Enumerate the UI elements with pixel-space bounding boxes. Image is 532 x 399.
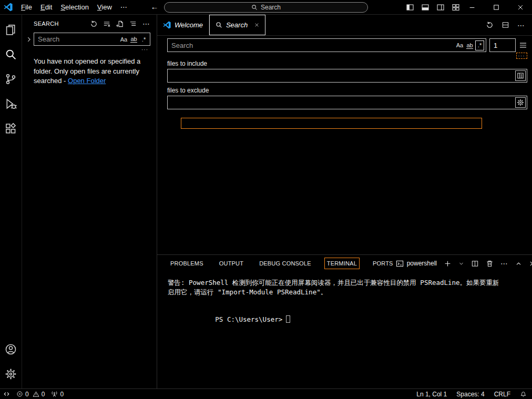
- whole-word-toggle[interactable]: ab: [465, 40, 474, 50]
- sidebar-search-input[interactable]: Search Aa ab .*: [34, 33, 150, 46]
- toggle-context-lines-icon[interactable]: [519, 41, 527, 49]
- activity-run-debug[interactable]: [0, 91, 22, 116]
- menu-edit[interactable]: Edit: [37, 2, 56, 12]
- warning-count: 0: [42, 391, 45, 398]
- sidebar-actions: ⋯: [90, 19, 150, 28]
- eol-status[interactable]: CRLF: [494, 391, 510, 398]
- search-editor-query-input[interactable]: Search Aa ab .*: [167, 38, 486, 52]
- regex-toggle[interactable]: .*: [475, 40, 484, 50]
- split-editor-icon[interactable]: [502, 21, 509, 29]
- menu-file[interactable]: File: [17, 2, 36, 12]
- close-panel-icon[interactable]: [529, 260, 532, 267]
- run-search-again-icon[interactable]: [486, 21, 494, 29]
- toggle-replace-chevron-icon[interactable]: [25, 36, 33, 43]
- search-only-open-editors-icon[interactable]: [515, 70, 526, 81]
- menu-more[interactable]: ⋯: [117, 2, 131, 12]
- files-to-exclude-input[interactable]: [167, 96, 527, 109]
- search-icon: [216, 22, 222, 28]
- tab-search[interactable]: Search: [209, 15, 265, 35]
- tab-terminal[interactable]: TERMINAL: [324, 258, 360, 269]
- refresh-icon[interactable]: [90, 20, 98, 28]
- activity-extensions[interactable]: [0, 116, 22, 141]
- open-new-search-editor-icon[interactable]: [116, 20, 124, 28]
- launch-profile-chevron-icon[interactable]: [458, 261, 464, 267]
- terminal-cursor: [286, 315, 290, 323]
- command-center-placeholder: Search: [261, 4, 281, 11]
- problems-status[interactable]: 0 0: [16, 391, 45, 398]
- back-icon[interactable]: ←: [150, 2, 159, 11]
- shell-label: powershell: [407, 260, 437, 267]
- toggle-search-details[interactable]: ···: [22, 46, 157, 53]
- extensions-icon: [5, 122, 17, 135]
- activity-settings[interactable]: [0, 362, 22, 386]
- menu-view[interactable]: View: [94, 2, 116, 12]
- match-case-toggle[interactable]: Aa: [119, 34, 128, 44]
- tab-welcome[interactable]: Welcome: [157, 15, 209, 35]
- panel-header: PROBLEMS OUTPUT DEBUG CONSOLE TERMINAL P…: [157, 255, 532, 272]
- main-area: SEARCH ⋯: [0, 15, 532, 388]
- activity-account[interactable]: [0, 337, 22, 362]
- maximize-panel-chevron-icon[interactable]: [515, 260, 522, 267]
- clear-search-results-icon[interactable]: [103, 20, 111, 28]
- indentation-status[interactable]: Spaces: 4: [456, 391, 484, 398]
- editor-actions: ⋯: [486, 15, 532, 35]
- terminal-line: 启用它，请运行 "Import-Module PSReadLine"。: [168, 288, 524, 297]
- more-actions-icon[interactable]: ⋯: [517, 21, 525, 29]
- editor-tab-bar: Welcome Search: [157, 15, 532, 36]
- source-control-icon: [5, 73, 17, 85]
- tab-debug-console[interactable]: DEBUG CONSOLE: [257, 258, 314, 269]
- open-folder-link[interactable]: Open Folder: [68, 77, 106, 85]
- notifications-bell-icon[interactable]: [520, 391, 527, 397]
- context-lines-input[interactable]: 1: [489, 38, 516, 52]
- kill-terminal-trash-icon[interactable]: [486, 260, 494, 268]
- terminal-shell-item[interactable]: powershell: [396, 260, 437, 268]
- toggle-primary-sidebar-icon[interactable]: [406, 3, 414, 12]
- collapse-all-icon[interactable]: [129, 20, 137, 28]
- toggle-panel-icon[interactable]: [421, 3, 429, 12]
- activity-source-control[interactable]: [0, 67, 22, 91]
- terminal-viewport[interactable]: 警告: PowerShell 检测到你可能正在使用屏幕阅读器，并且已出于兼容性目…: [157, 272, 532, 388]
- split-terminal-icon[interactable]: [471, 260, 479, 268]
- editor-region: Welcome Search: [157, 15, 532, 388]
- menu-selection[interactable]: Selection: [57, 2, 92, 12]
- terminal-icon: [396, 260, 404, 268]
- gear-icon: [5, 368, 17, 380]
- activity-explorer[interactable]: [0, 17, 22, 42]
- match-case-toggle[interactable]: Aa: [455, 40, 464, 50]
- tab-problems[interactable]: PROBLEMS: [168, 258, 206, 269]
- toggle-secondary-sidebar-icon[interactable]: [436, 3, 445, 12]
- minimize-icon[interactable]: [468, 4, 476, 11]
- remote-indicator[interactable]: [3, 391, 10, 397]
- maximize-icon[interactable]: [493, 4, 500, 11]
- close-window-icon[interactable]: [517, 4, 524, 11]
- command-center-search[interactable]: Search: [164, 2, 368, 13]
- tab-output[interactable]: OUTPUT: [217, 258, 246, 269]
- files-to-include-input[interactable]: [167, 69, 527, 83]
- sidebar-header: SEARCH ⋯: [22, 15, 157, 33]
- whole-word-toggle[interactable]: ab: [129, 34, 138, 44]
- tab-ports[interactable]: PORTS: [370, 258, 396, 269]
- vscode-window: File Edit Selection View ⋯ ← → Search: [0, 0, 532, 399]
- search-sidebar: SEARCH ⋯: [22, 15, 157, 388]
- vscode-logo-icon: [163, 21, 171, 29]
- close-tab-icon[interactable]: [254, 23, 259, 27]
- regex-toggle[interactable]: .*: [139, 34, 148, 44]
- more-actions-icon[interactable]: ⋯: [500, 259, 508, 268]
- cursor-position[interactable]: Ln 1, Col 1: [416, 391, 447, 398]
- vscode-logo-icon: [4, 3, 13, 12]
- activity-search[interactable]: [0, 42, 22, 67]
- query-placeholder: Search: [171, 42, 455, 49]
- new-terminal-icon[interactable]: [444, 260, 452, 268]
- search-editor-query-row: Search Aa ab .* 1: [167, 38, 527, 52]
- files-to-exclude-label: files to exclude: [167, 87, 527, 94]
- ports-status[interactable]: 0: [51, 391, 64, 398]
- use-exclude-settings-gear-icon[interactable]: [515, 97, 526, 108]
- toggle-search-details[interactable]: ···: [516, 53, 528, 59]
- more-actions-icon[interactable]: ⋯: [142, 19, 150, 28]
- account-icon: [5, 343, 17, 355]
- sidebar-search-placeholder: Search: [38, 35, 119, 43]
- files-to-include-label: files to include: [167, 60, 527, 67]
- search-editor-body: Search Aa ab .* 1 ··· files to: [157, 36, 532, 254]
- customize-layout-icon[interactable]: [452, 3, 460, 12]
- terminal-line: 警告: PowerShell 检测到你可能正在使用屏幕阅读器，并且已出于兼容性目…: [168, 278, 524, 288]
